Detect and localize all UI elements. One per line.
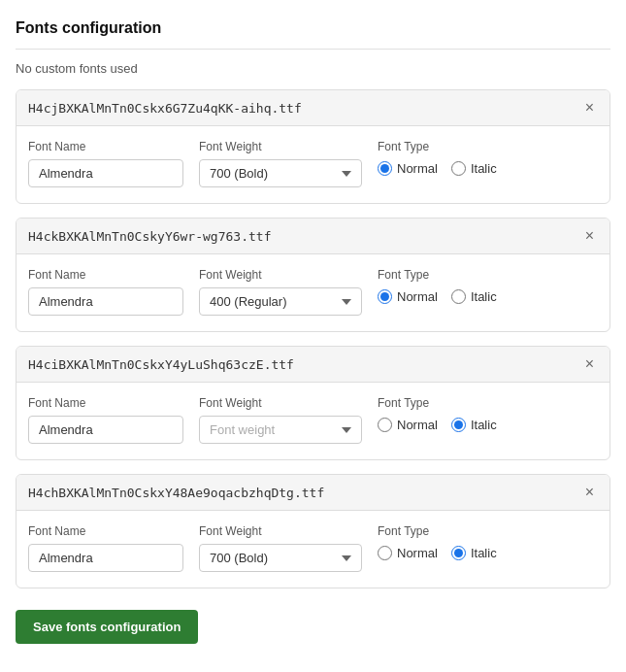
font-type-normal-label-1[interactable]: Normal <box>378 161 438 176</box>
font-weight-group-3: Font WeightFont weight100 (Thin)200 (Ext… <box>199 396 362 444</box>
font-card-2: H4ckBXKAlMnTn0CskyY6wr-wg763.ttf×Font Na… <box>16 218 610 332</box>
font-card-header-1: H4cjBXKAlMnTn0Cskx6G7Zu4qKK-aihq.ttf× <box>16 90 610 126</box>
font-filename-4: H4chBXKAlMnTn0CskxY48Ae9oqacbzhqDtg.ttf <box>28 486 324 500</box>
font-type-group-2: Font TypeNormalItalic <box>378 268 497 304</box>
font-name-group-1: Font Name <box>28 140 183 187</box>
font-name-label-4: Font Name <box>28 524 183 538</box>
font-weight-select-1[interactable]: Font weight100 (Thin)200 (Extra Light)30… <box>199 159 362 187</box>
font-card-header-4: H4chBXKAlMnTn0CskxY48Ae9oqacbzhqDtg.ttf× <box>16 475 610 511</box>
font-type-normal-text-3: Normal <box>397 418 438 432</box>
font-type-italic-label-4[interactable]: Italic <box>451 546 497 560</box>
font-card-header-2: H4ckBXKAlMnTn0CskyY6wr-wg763.ttf× <box>16 218 610 254</box>
font-weight-label-1: Font Weight <box>199 140 362 153</box>
font-type-italic-label-3[interactable]: Italic <box>451 418 497 432</box>
font-type-normal-text-2: Normal <box>397 289 438 304</box>
font-type-italic-text-3: Italic <box>471 418 497 432</box>
font-type-normal-label-3[interactable]: Normal <box>378 418 438 432</box>
font-name-input-3[interactable] <box>28 416 183 444</box>
font-weight-label-2: Font Weight <box>199 268 362 282</box>
font-type-radio-row-1: NormalItalic <box>378 161 497 176</box>
font-type-italic-radio-2[interactable] <box>451 289 466 304</box>
page-title: Fonts configuration <box>16 19 610 37</box>
font-name-input-2[interactable] <box>28 287 183 316</box>
close-card-button-1[interactable]: × <box>581 98 598 118</box>
font-type-italic-label-1[interactable]: Italic <box>451 161 497 176</box>
font-weight-select-3[interactable]: Font weight100 (Thin)200 (Extra Light)30… <box>199 416 362 444</box>
font-weight-group-2: Font WeightFont weight100 (Thin)200 (Ext… <box>199 268 362 316</box>
font-card-body-4: Font NameFont WeightFont weight100 (Thin… <box>16 511 610 588</box>
font-type-label-1: Font Type <box>378 140 497 153</box>
font-card-header-3: H4ciBXKAlMnTn0CskxY4yLuShq63czE.ttf× <box>16 347 610 383</box>
font-card-1: H4cjBXKAlMnTn0Cskx6G7Zu4qKK-aihq.ttf×Fon… <box>16 89 610 204</box>
font-type-normal-radio-2[interactable] <box>378 289 392 304</box>
font-type-group-1: Font TypeNormalItalic <box>378 140 497 176</box>
font-name-input-4[interactable] <box>28 544 183 572</box>
font-weight-select-4[interactable]: Font weight100 (Thin)200 (Extra Light)30… <box>199 544 362 572</box>
font-filename-2: H4ckBXKAlMnTn0CskyY6wr-wg763.ttf <box>28 229 271 244</box>
font-name-group-2: Font Name <box>28 268 183 316</box>
font-name-group-4: Font Name <box>28 524 183 572</box>
font-weight-group-1: Font WeightFont weight100 (Thin)200 (Ext… <box>199 140 362 187</box>
font-type-normal-text-1: Normal <box>397 161 438 176</box>
font-type-normal-text-4: Normal <box>397 546 438 560</box>
font-card-body-2: Font NameFont WeightFont weight100 (Thin… <box>16 254 610 331</box>
font-cards-container: H4cjBXKAlMnTn0Cskx6G7Zu4qKK-aihq.ttf×Fon… <box>16 89 610 588</box>
font-card-3: H4ciBXKAlMnTn0CskxY4yLuShq63czE.ttf×Font… <box>16 346 610 460</box>
font-type-italic-text-2: Italic <box>471 289 497 304</box>
font-name-input-1[interactable] <box>28 159 183 187</box>
font-filename-1: H4cjBXKAlMnTn0Cskx6G7Zu4qKK-aihq.ttf <box>28 101 302 116</box>
close-card-button-3[interactable]: × <box>581 354 598 374</box>
font-type-italic-radio-1[interactable] <box>451 161 466 176</box>
font-name-label-2: Font Name <box>28 268 183 282</box>
font-card-body-3: Font NameFont WeightFont weight100 (Thin… <box>16 383 610 459</box>
font-type-group-4: Font TypeNormalItalic <box>378 524 497 560</box>
font-type-italic-radio-3[interactable] <box>451 418 466 432</box>
font-type-radio-row-3: NormalItalic <box>378 418 497 432</box>
font-card-body-1: Font NameFont WeightFont weight100 (Thin… <box>16 126 610 203</box>
font-weight-group-4: Font WeightFont weight100 (Thin)200 (Ext… <box>199 524 362 572</box>
font-type-normal-radio-4[interactable] <box>378 546 392 560</box>
font-weight-label-4: Font Weight <box>199 524 362 538</box>
font-type-italic-text-1: Italic <box>471 161 497 176</box>
font-type-radio-row-2: NormalItalic <box>378 289 497 304</box>
font-type-normal-label-2[interactable]: Normal <box>378 289 438 304</box>
save-fonts-button[interactable]: Save fonts configuration <box>16 610 198 644</box>
font-name-label-1: Font Name <box>28 140 183 153</box>
font-filename-3: H4ciBXKAlMnTn0CskxY4yLuShq63czE.ttf <box>28 357 294 372</box>
font-type-radio-row-4: NormalItalic <box>378 546 497 560</box>
font-weight-select-2[interactable]: Font weight100 (Thin)200 (Extra Light)30… <box>199 287 362 316</box>
font-card-4: H4chBXKAlMnTn0CskxY48Ae9oqacbzhqDtg.ttf×… <box>16 474 610 588</box>
close-card-button-2[interactable]: × <box>581 226 598 246</box>
font-type-italic-label-2[interactable]: Italic <box>451 289 497 304</box>
font-type-normal-label-4[interactable]: Normal <box>378 546 438 560</box>
font-type-normal-radio-3[interactable] <box>378 418 392 432</box>
font-type-label-3: Font Type <box>378 396 497 410</box>
divider <box>16 49 610 50</box>
font-name-group-3: Font Name <box>28 396 183 444</box>
font-type-normal-radio-1[interactable] <box>378 161 392 176</box>
close-card-button-4[interactable]: × <box>581 483 598 502</box>
font-type-italic-text-4: Italic <box>471 546 497 560</box>
font-weight-label-3: Font Weight <box>199 396 362 410</box>
font-name-label-3: Font Name <box>28 396 183 410</box>
font-type-label-2: Font Type <box>378 268 497 282</box>
font-type-italic-radio-4[interactable] <box>451 546 466 560</box>
font-type-group-3: Font TypeNormalItalic <box>378 396 497 432</box>
no-custom-fonts-label: No custom fonts used <box>16 61 610 76</box>
font-type-label-4: Font Type <box>378 524 497 538</box>
